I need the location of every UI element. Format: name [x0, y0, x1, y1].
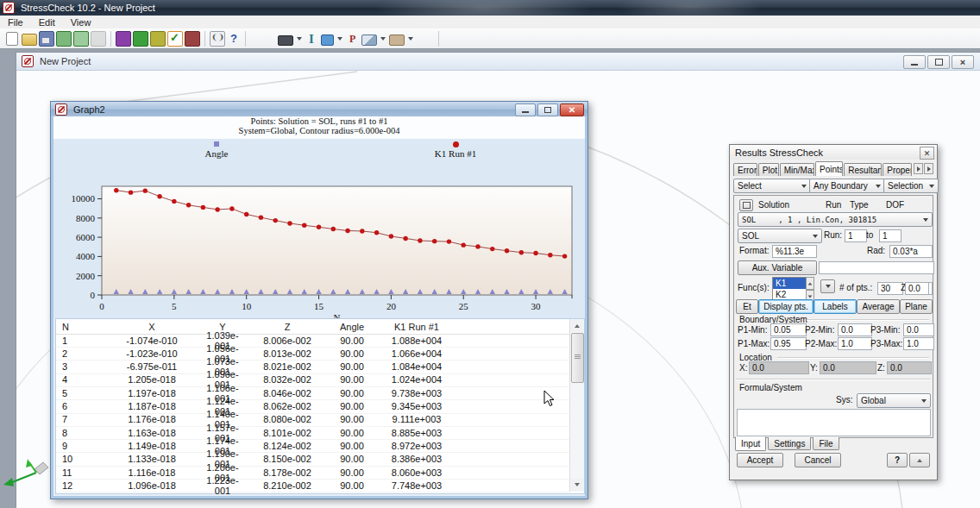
num-pts-field[interactable]: 30 — [877, 282, 903, 295]
ibeam-tool-icon[interactable] — [305, 32, 319, 46]
table-scrollbar[interactable] — [569, 319, 584, 492]
tab-scroll-right-button[interactable] — [924, 163, 933, 174]
extrude-tool-icon[interactable] — [321, 34, 334, 46]
run-to-field[interactable]: 1 — [879, 229, 901, 242]
menu-file[interactable]: File — [0, 16, 31, 28]
table-row[interactable]: 111.116e-0181.206e-0018.178e-00290.008.0… — [56, 466, 570, 480]
accept-button[interactable]: Accept — [737, 453, 783, 467]
p3-min-field[interactable]: 0.0 — [903, 323, 934, 336]
import-icon[interactable] — [56, 31, 72, 47]
loc-y-field[interactable]: 0.0 — [820, 361, 876, 374]
run-from-field[interactable]: 1 — [845, 229, 867, 242]
table-row[interactable]: 51.197e-0181.106e-0018.046e-00290.009.73… — [56, 386, 570, 400]
table-row[interactable]: 1-1.074e-0101.039e-0018.006e-00290.001.0… — [56, 334, 570, 348]
export-icon[interactable] — [73, 31, 89, 47]
cancel-button[interactable]: Cancel — [795, 453, 841, 467]
dialog-close-button[interactable]: ✕ — [920, 147, 934, 160]
close-button[interactable]: × — [952, 55, 974, 69]
chevron-down-icon[interactable] — [408, 37, 413, 41]
zpln-field[interactable]: 0.0 — [905, 282, 929, 295]
table-row[interactable]: 3-6.975e-0111.073e-0018.021e-00290.001.0… — [56, 361, 570, 374]
mesh-icon[interactable] — [133, 31, 148, 47]
results-dialog-titlebar[interactable]: Results StressCheck ✕ — [730, 145, 937, 160]
help-button[interactable]: ? — [887, 453, 908, 467]
table-row[interactable]: 81.163e-0181.157e-0018.101e-00290.008.88… — [56, 426, 570, 440]
scroll-down-button[interactable] — [571, 479, 583, 491]
chevron-down-icon[interactable] — [380, 37, 386, 41]
function-option-k1[interactable]: K1 — [773, 278, 806, 289]
display-pts--button[interactable]: Display pts. — [758, 299, 814, 314]
table-row[interactable]: 71.176e-0181.140e-0018.080e-00290.009.11… — [56, 413, 570, 427]
labels-button[interactable]: Labels — [814, 299, 857, 314]
edit-active-icon[interactable] — [167, 31, 183, 47]
tab-min-max[interactable]: Min/Max — [780, 163, 814, 176]
graph-restore-button[interactable] — [537, 103, 558, 116]
tab-error[interactable]: Error — [733, 163, 757, 176]
p3-max-field[interactable]: 1.0 — [903, 337, 934, 350]
select-combo[interactable]: Select — [733, 179, 811, 193]
help-icon[interactable] — [227, 32, 241, 46]
sys-combo[interactable]: Global — [857, 393, 931, 408]
table-row[interactable]: 121.096e-0181.223e-0018.210e-00290.007.7… — [56, 479, 570, 492]
menu-view[interactable]: View — [63, 16, 99, 28]
tab-proper[interactable]: Proper — [883, 163, 912, 176]
tab-points[interactable]: Points — [815, 161, 843, 176]
tab-scroll-left-button[interactable] — [914, 163, 923, 174]
bottom-tab-settings[interactable]: Settings — [768, 437, 811, 450]
formula-field[interactable] — [737, 409, 931, 436]
restore-button[interactable] — [927, 55, 950, 69]
table-row[interactable]: 41.205e-0181.090e-0018.032e-00290.001.02… — [56, 373, 570, 387]
bottom-tab-file[interactable]: File — [813, 437, 839, 450]
collapse-button[interactable] — [909, 453, 930, 467]
table-row[interactable]: 91.149e-0181.174e-0018.124e-00290.008.97… — [56, 439, 570, 453]
menu-edit[interactable]: Edit — [31, 16, 63, 28]
solution-grid-button[interactable] — [739, 199, 753, 211]
graph-close-button[interactable]: ✕ — [560, 103, 584, 116]
table-row[interactable]: 2-1.023e-0101.056e-0018.013e-00290.001.0… — [56, 347, 570, 361]
select-tool-icon[interactable] — [278, 35, 293, 46]
graph-titlebar[interactable]: Graph2 ✕ — [51, 102, 587, 116]
table-row[interactable]: 61.187e-0181.124e-0018.062e-00290.009.34… — [56, 400, 570, 414]
sol-combo[interactable]: SOL — [738, 229, 822, 243]
bottom-tab-input[interactable]: Input — [735, 436, 766, 451]
scroll-up-button[interactable] — [571, 320, 583, 332]
scrollbar-thumb[interactable] — [571, 333, 584, 383]
format-field[interactable]: %11.3e — [772, 245, 817, 258]
method-combo[interactable]: Selection — [883, 179, 939, 193]
average-button[interactable]: Average — [857, 299, 900, 314]
geometry-icon[interactable] — [116, 31, 131, 47]
rad-field[interactable]: 0.03*a — [889, 245, 933, 258]
aux-variable-button[interactable]: Aux. Variable — [738, 260, 817, 275]
plane-button[interactable]: Plane — [900, 299, 933, 314]
constraint-icon[interactable] — [185, 31, 200, 47]
solver-icon[interactable] — [210, 31, 225, 47]
tab-resultant[interactable]: Resultant — [844, 163, 882, 176]
function-dropdown-button[interactable] — [820, 279, 835, 293]
save-icon[interactable] — [39, 31, 54, 47]
chevron-down-icon[interactable] — [297, 37, 302, 41]
table-row[interactable]: 101.133e-0181.190e-0018.150e-00290.008.3… — [56, 453, 570, 467]
solution-row-combo[interactable]: SOL, 1 , Lin.Con, 301815 — [738, 212, 933, 227]
p1-min-field[interactable]: 0.05 — [770, 323, 807, 336]
graph-minimize-button[interactable] — [515, 103, 536, 116]
spin-up-button[interactable] — [806, 277, 814, 290]
minimize-button[interactable] — [903, 55, 926, 69]
aux-variable-field[interactable] — [819, 261, 934, 274]
boundary-combo[interactable]: Any Boundary — [809, 179, 885, 193]
loc-x-field[interactable]: 0.0 — [749, 361, 809, 374]
load-icon[interactable] — [150, 31, 166, 47]
et-button[interactable]: Et — [736, 299, 758, 314]
snapshot-tool-icon[interactable] — [389, 34, 405, 46]
points-tool-icon[interactable] — [346, 32, 360, 46]
p2-max-field[interactable]: 1.0 — [838, 337, 872, 350]
chevron-down-icon[interactable] — [337, 37, 342, 41]
function-list-spinner[interactable] — [806, 277, 814, 301]
loc-z-field[interactable]: 0.0 — [887, 361, 932, 374]
tab-plot[interactable]: Plot — [758, 163, 779, 176]
open-folder-icon[interactable] — [22, 34, 37, 46]
p1-max-field[interactable]: 0.95 — [770, 337, 807, 350]
p2-min-field[interactable]: 0.0 — [838, 323, 872, 336]
print-icon[interactable] — [91, 31, 106, 47]
new-file-icon[interactable] — [6, 32, 18, 46]
section-tool-icon[interactable] — [361, 34, 377, 46]
